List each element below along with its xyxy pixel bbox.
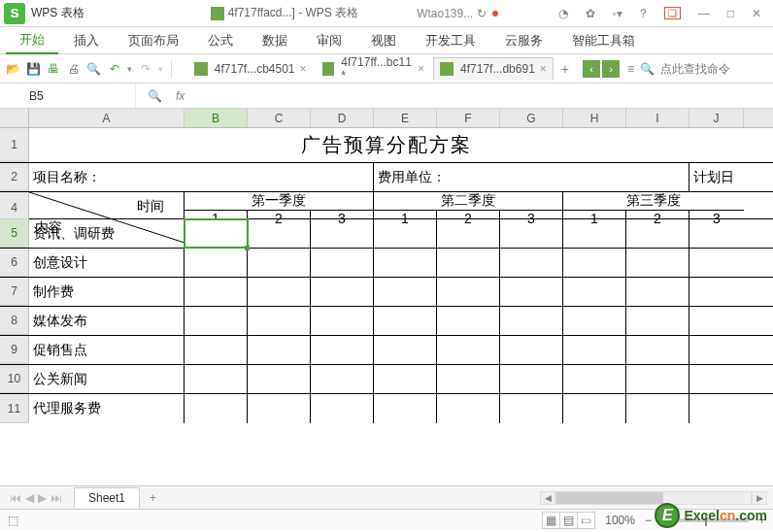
sheet-tab-1[interactable]: Sheet1 — [74, 487, 140, 508]
help-icon[interactable]: ? — [640, 7, 647, 20]
cell[interactable] — [185, 365, 248, 393]
q2-header[interactable]: 第二季度 — [374, 192, 563, 210]
close-tab-icon[interactable]: × — [418, 62, 424, 76]
col-C[interactable]: C — [248, 109, 311, 127]
open-icon[interactable]: 📂 — [6, 61, 20, 77]
cell[interactable] — [374, 249, 437, 277]
menu-layout[interactable]: 页面布局 — [115, 28, 192, 53]
diagonal-header-cell[interactable]: 时间 内容 — [29, 192, 185, 243]
sheet-nav-first[interactable]: ⏮ — [10, 491, 21, 505]
cell[interactable] — [563, 249, 626, 277]
close-tab-icon[interactable]: × — [300, 62, 307, 76]
col-D[interactable]: D — [311, 109, 374, 127]
view-break[interactable]: ▭ — [577, 512, 595, 529]
view-normal[interactable]: ▦ — [542, 512, 560, 529]
item-4[interactable]: 媒体发布 — [29, 307, 185, 335]
row-2-hdr[interactable]: 2 — [0, 163, 29, 191]
maximize-button[interactable]: □ — [727, 7, 734, 20]
cell[interactable] — [374, 336, 437, 364]
cell[interactable] — [437, 219, 500, 248]
cell[interactable] — [437, 249, 500, 277]
cell[interactable] — [437, 307, 500, 335]
cell[interactable] — [626, 278, 689, 306]
sync-icon[interactable]: ↻ — [477, 7, 487, 20]
col-E[interactable]: E — [374, 109, 437, 127]
col-A[interactable]: A — [29, 109, 185, 127]
app-icon[interactable]: ❏ — [664, 7, 681, 19]
cell[interactable] — [374, 219, 437, 248]
theme-icon[interactable]: ◔ — [558, 7, 568, 20]
col-J[interactable]: J — [689, 109, 744, 127]
row-10-hdr[interactable]: 10 — [0, 365, 29, 393]
undo-icon[interactable]: ↶ — [107, 61, 121, 77]
item-5[interactable]: 促销售点 — [29, 336, 185, 364]
cell[interactable] — [248, 365, 311, 393]
row-8-hdr[interactable]: 8 — [0, 307, 29, 335]
cell[interactable] — [374, 307, 437, 335]
cell[interactable] — [689, 219, 744, 248]
cell[interactable] — [185, 278, 248, 306]
hscroll-left[interactable]: ◀ — [540, 491, 555, 505]
save2-icon[interactable]: 🖶 — [47, 61, 61, 77]
doc-tab-1[interactable]: 4f717f...cb4501 × — [187, 57, 314, 81]
tab-nav-left[interactable]: ‹ — [583, 60, 600, 78]
cell[interactable] — [626, 365, 689, 393]
cell[interactable] — [689, 336, 744, 364]
cell[interactable] — [374, 365, 437, 393]
cell[interactable] — [248, 249, 311, 277]
user-area[interactable]: Wtao139... ↻ — [417, 7, 498, 20]
menu-start[interactable]: 开始 — [6, 27, 58, 54]
hscroll-thumb[interactable] — [556, 492, 663, 504]
row-11-hdr[interactable]: 11 — [0, 394, 29, 423]
select-all-corner[interactable] — [0, 109, 29, 127]
cell[interactable] — [437, 394, 500, 423]
settings-icon[interactable]: ✿ — [586, 7, 595, 20]
add-sheet-button[interactable]: + — [140, 488, 166, 508]
cell[interactable] — [437, 278, 500, 306]
col-I[interactable]: I — [626, 109, 689, 127]
view-page[interactable]: ▤ — [559, 512, 578, 529]
zoom-level[interactable]: 100% — [605, 514, 635, 527]
cell[interactable] — [248, 307, 311, 335]
cell[interactable] — [689, 249, 744, 277]
search-input[interactable] — [660, 62, 767, 76]
add-tab-button[interactable]: + — [555, 59, 575, 79]
row-5-hdr[interactable]: 5 — [0, 219, 29, 248]
cell[interactable] — [374, 394, 437, 423]
item-3[interactable]: 制作费 — [29, 278, 185, 306]
cell[interactable] — [248, 278, 311, 306]
cell[interactable] — [626, 336, 689, 364]
zoom-out[interactable]: − — [645, 514, 652, 527]
cell[interactable] — [185, 336, 248, 364]
cell[interactable] — [311, 365, 374, 393]
cell[interactable] — [563, 307, 626, 335]
doc-tab-3[interactable]: 4f717f...db691 × — [433, 57, 554, 81]
redo-icon[interactable]: ↷ — [138, 61, 152, 77]
cell[interactable] — [311, 394, 374, 423]
cell[interactable] — [311, 278, 374, 306]
q1-header[interactable]: 第一季度 — [185, 192, 374, 210]
cell[interactable] — [500, 365, 563, 393]
cell[interactable] — [248, 336, 311, 364]
cell[interactable] — [689, 307, 744, 335]
fx-icon[interactable]: fx — [176, 89, 185, 103]
project-label-cell[interactable]: 项目名称： — [29, 163, 374, 191]
cell[interactable] — [689, 365, 744, 393]
col-H[interactable]: H — [563, 109, 626, 127]
item-2[interactable]: 创意设计 — [29, 249, 185, 277]
redo-dropdown[interactable]: ▾ — [158, 64, 163, 74]
cost-label-cell[interactable]: 费用单位： — [374, 163, 689, 191]
name-box[interactable]: B5 — [0, 83, 136, 108]
row-1-hdr[interactable]: 1 — [0, 128, 29, 162]
item-7[interactable]: 代理服务费 — [29, 394, 185, 423]
menu-insert[interactable]: 插入 — [60, 28, 113, 53]
cell[interactable] — [311, 249, 374, 277]
cell[interactable] — [500, 249, 563, 277]
col-G[interactable]: G — [500, 109, 563, 127]
row-7-hdr[interactable]: 7 — [0, 278, 29, 306]
cell[interactable] — [563, 365, 626, 393]
cell[interactable] — [500, 336, 563, 364]
cell-B5[interactable] — [185, 219, 248, 248]
cell[interactable] — [689, 394, 744, 423]
cell[interactable] — [563, 394, 626, 423]
